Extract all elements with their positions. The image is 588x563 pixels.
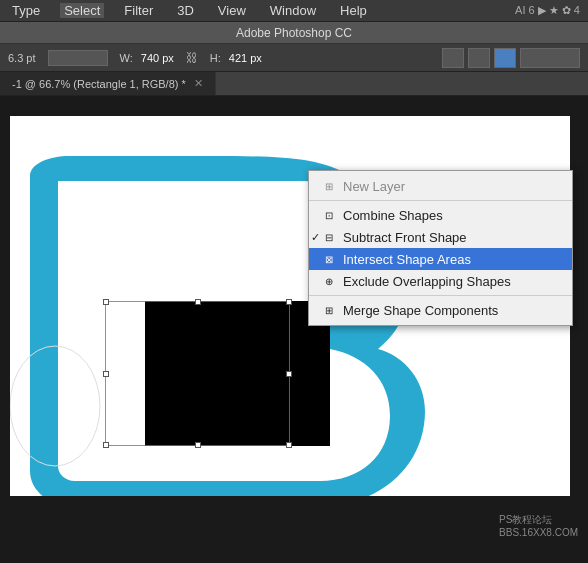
font-size-input[interactable] bbox=[48, 50, 108, 66]
intersect-icon: ⊠ bbox=[321, 252, 337, 266]
menu-3d[interactable]: 3D bbox=[173, 3, 198, 18]
menu-bar: Type Select Filter 3D View Window Help A… bbox=[0, 0, 588, 22]
tab-label: -1 @ 66.7% (Rectangle 1, RGB/8) * bbox=[12, 78, 186, 90]
toolbar-icons bbox=[442, 48, 580, 68]
height-label: H: bbox=[210, 52, 221, 64]
handle-tr[interactable] bbox=[286, 299, 292, 305]
width-label: W: bbox=[120, 52, 133, 64]
toolbar-icon-3[interactable] bbox=[494, 48, 516, 68]
options-bar: 6.3 pt W: 740 px ⛓ H: 421 px bbox=[0, 44, 588, 72]
handle-bm[interactable] bbox=[195, 442, 201, 448]
menu-item-combine-shapes[interactable]: ⊡ Combine Shapes bbox=[309, 204, 572, 226]
app-title: Adobe Photoshop CC bbox=[236, 26, 352, 40]
selection-rect bbox=[105, 301, 290, 446]
watermark: PS教程论坛 BBS.16XX8.COM bbox=[499, 513, 578, 538]
menu-item-merge-components[interactable]: ⊞ Merge Shape Components bbox=[309, 299, 572, 321]
document-tab[interactable]: -1 @ 66.7% (Rectangle 1, RGB/8) * ✕ bbox=[0, 72, 216, 95]
menu-type[interactable]: Type bbox=[8, 3, 44, 18]
font-size-label: 6.3 pt bbox=[8, 52, 36, 64]
tab-close[interactable]: ✕ bbox=[194, 77, 203, 90]
watermark-line2: BBS.16XX8.COM bbox=[499, 527, 578, 538]
exclude-overlapping-label: Exclude Overlapping Shapes bbox=[343, 274, 511, 289]
subtract-front-label: Subtract Front Shape bbox=[343, 230, 467, 245]
toolbar-icon-1[interactable] bbox=[442, 48, 464, 68]
combine-shapes-label: Combine Shapes bbox=[343, 208, 443, 223]
menu-window[interactable]: Window bbox=[266, 3, 320, 18]
width-value: 740 px bbox=[141, 52, 174, 64]
merge-components-label: Merge Shape Components bbox=[343, 303, 498, 318]
ps-version: AI 6 ▶ ★ ✿ 4 bbox=[515, 4, 580, 17]
menu-select[interactable]: Select bbox=[60, 3, 104, 18]
menu-item-intersect-areas[interactable]: ⊠ Intersect Shape Areas bbox=[309, 248, 572, 270]
watermark-line1: PS教程论坛 bbox=[499, 513, 578, 527]
menu-filter[interactable]: Filter bbox=[120, 3, 157, 18]
intersect-areas-label: Intersect Shape Areas bbox=[343, 252, 471, 267]
new-layer-icon: ⊞ bbox=[321, 179, 337, 193]
height-value: 421 px bbox=[229, 52, 262, 64]
tab-bar: -1 @ 66.7% (Rectangle 1, RGB/8) * ✕ bbox=[0, 72, 588, 96]
handle-bl[interactable] bbox=[103, 442, 109, 448]
combine-shapes-icon: ⊡ bbox=[321, 208, 337, 222]
menu-separator-1 bbox=[309, 200, 572, 201]
menu-separator-2 bbox=[309, 295, 572, 296]
menu-item-new-layer[interactable]: ⊞ New Layer bbox=[309, 175, 572, 197]
canvas-area: ⊞ New Layer ⊡ Combine Shapes ✓ ⊟ Subtrac… bbox=[0, 96, 588, 543]
menu-help[interactable]: Help bbox=[336, 3, 371, 18]
link-icon: ⛓ bbox=[186, 51, 198, 65]
toolbar-icon-2[interactable] bbox=[468, 48, 490, 68]
handle-br[interactable] bbox=[286, 442, 292, 448]
handle-tm[interactable] bbox=[195, 299, 201, 305]
menu-view[interactable]: View bbox=[214, 3, 250, 18]
new-layer-label: New Layer bbox=[343, 179, 405, 194]
handle-tl[interactable] bbox=[103, 299, 109, 305]
subtract-icon: ⊟ bbox=[321, 230, 337, 244]
menu-item-subtract-front[interactable]: ✓ ⊟ Subtract Front Shape bbox=[309, 226, 572, 248]
exclude-icon: ⊕ bbox=[321, 274, 337, 288]
handle-mr[interactable] bbox=[286, 371, 292, 377]
merge-icon: ⊞ bbox=[321, 303, 337, 317]
menu-item-exclude-overlapping[interactable]: ⊕ Exclude Overlapping Shapes bbox=[309, 270, 572, 292]
context-dropdown-menu: ⊞ New Layer ⊡ Combine Shapes ✓ ⊟ Subtrac… bbox=[308, 170, 573, 326]
handle-ml[interactable] bbox=[103, 371, 109, 377]
toolbar-path[interactable] bbox=[520, 48, 580, 68]
title-bar: Adobe Photoshop CC bbox=[0, 22, 588, 44]
check-icon: ✓ bbox=[311, 231, 320, 244]
